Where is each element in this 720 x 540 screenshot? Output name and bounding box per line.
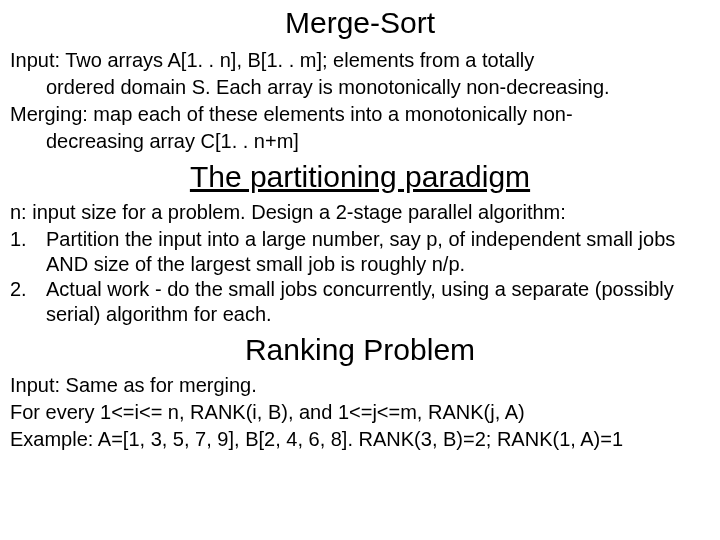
page-title: Merge-Sort <box>10 6 710 40</box>
merging-line-1: Merging: map each of these elements into… <box>10 102 710 127</box>
step-2: 2. Actual work - do the small jobs concu… <box>10 277 710 327</box>
partitioning-subtitle: The partitioning paradigm <box>10 160 710 194</box>
paradigm-intro: n: input size for a problem. Design a 2-… <box>10 200 710 225</box>
step-2-number: 2. <box>10 277 46 327</box>
ranking-subtitle: Ranking Problem <box>10 333 710 367</box>
step-2-text: Actual work - do the small jobs concurre… <box>46 277 710 327</box>
step-1-text: Partition the input into a large number,… <box>46 227 710 277</box>
step-1-number: 1. <box>10 227 46 277</box>
ranking-line-3: Example: A=[1, 3, 5, 7, 9], B[2, 4, 6, 8… <box>10 427 710 452</box>
step-1: 1. Partition the input into a large numb… <box>10 227 710 277</box>
ranking-line-2: For every 1<=i<= n, RANK(i, B), and 1<=j… <box>10 400 710 425</box>
merging-line-2: decreasing array C[1. . n+m] <box>10 129 710 154</box>
input-line-1: Input: Two arrays A[1. . n], B[1. . m]; … <box>10 48 710 73</box>
ranking-line-1: Input: Same as for merging. <box>10 373 710 398</box>
input-line-2: ordered domain S. Each array is monotoni… <box>10 75 710 100</box>
